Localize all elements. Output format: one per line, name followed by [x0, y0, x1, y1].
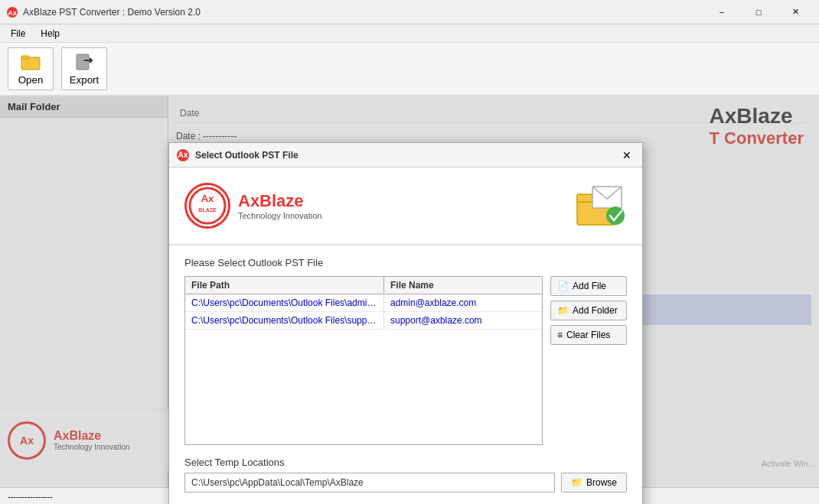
- menu-bar: File Help: [0, 24, 819, 43]
- svg-point-12: [606, 206, 625, 225]
- dialog-content: Please Select Outlook PST File File Path…: [169, 245, 642, 504]
- export-button[interactable]: Export: [61, 47, 107, 90]
- svg-rect-10: [577, 194, 594, 202]
- add-file-icon: 📄: [557, 281, 569, 291]
- open-label: Open: [18, 74, 44, 86]
- file-path-0: C:\Users\pc\Documents\Outlook Files\admi…: [185, 294, 384, 311]
- dialog-header: Ax BLAZE AxBlaze Technology Innovation: [169, 167, 642, 245]
- window-controls: − □ ✕: [704, 2, 813, 22]
- col-path-header: File Path: [185, 277, 384, 294]
- dialog-icon: Ax: [177, 149, 189, 161]
- svg-text:BLAZE: BLAZE: [198, 207, 217, 213]
- export-icon: [73, 53, 95, 71]
- dialog-close-button[interactable]: ✕: [619, 148, 635, 163]
- add-file-label: Add File: [573, 281, 606, 291]
- close-button[interactable]: ✕: [778, 2, 813, 22]
- clear-files-label: Clear Files: [566, 330, 610, 340]
- add-file-button[interactable]: 📄 Add File: [550, 276, 627, 296]
- axblaze-logo-text: AxBlaze Technology Innovation: [238, 191, 321, 220]
- file-icon-decoration: [573, 179, 627, 232]
- minimize-button[interactable]: −: [704, 2, 739, 22]
- status-text: ----------------: [8, 492, 53, 501]
- dialog-subtitle: Please Select Outlook PST File: [184, 257, 627, 268]
- temp-location-row: 📁 Browse: [184, 473, 627, 493]
- file-path-1: C:\Users\pc\Documents\Outlook Files\supp…: [185, 312, 384, 329]
- table-action-buttons: 📄 Add File 📁 Add Folder ≡ Clear Files: [550, 276, 627, 445]
- file-table-header: File Path File Name: [185, 277, 542, 294]
- svg-text:Ax: Ax: [201, 193, 214, 204]
- axblaze-tagline: Technology Innovation: [238, 211, 321, 220]
- axblaze-logo-circle: Ax BLAZE: [184, 183, 230, 229]
- file-table-area: File Path File Name C:\Users\pc\Document…: [184, 276, 627, 445]
- file-name-0: admin@axblaze.com: [384, 294, 542, 311]
- temp-location-label: Select Temp Locations: [184, 457, 627, 468]
- add-folder-button[interactable]: 📁 Add Folder: [550, 301, 627, 320]
- axblaze-logo: Ax BLAZE AxBlaze Technology Innovation: [184, 183, 321, 229]
- title-bar: Ax AxBlaze PST Converter : Demo Version …: [0, 0, 819, 24]
- table-row[interactable]: C:\Users\pc\Documents\Outlook Files\admi…: [185, 294, 542, 312]
- open-icon: [20, 53, 41, 71]
- temp-location-input[interactable]: [184, 473, 555, 493]
- add-folder-label: Add Folder: [573, 305, 618, 316]
- clear-files-button[interactable]: ≡ Clear Files: [550, 325, 627, 345]
- add-folder-icon: 📁: [557, 305, 569, 316]
- col-name-header: File Name: [384, 277, 542, 294]
- svg-rect-4: [77, 54, 89, 70]
- select-pst-dialog: Ax Select Outlook PST File ✕ Ax BLAZE Ax…: [168, 142, 643, 504]
- browse-button[interactable]: 📁 Browse: [561, 473, 627, 493]
- file-table: File Path File Name C:\Users\pc\Document…: [184, 276, 543, 445]
- main-area: Mail Folder Ax AxBlaze Technology Innova…: [0, 96, 819, 487]
- browse-label: Browse: [586, 477, 617, 488]
- dialog-titlebar: Ax Select Outlook PST File ✕: [169, 143, 642, 167]
- open-button[interactable]: Open: [8, 47, 54, 90]
- svg-text:Ax: Ax: [8, 9, 17, 17]
- menu-help[interactable]: Help: [33, 27, 67, 41]
- menu-file[interactable]: File: [3, 27, 33, 41]
- temp-location-section: Select Temp Locations 📁 Browse: [184, 457, 627, 493]
- browse-icon: 📁: [571, 477, 582, 488]
- maximize-button[interactable]: □: [741, 2, 776, 22]
- dialog-title: Select Outlook PST File: [195, 150, 619, 161]
- app-icon: Ax: [6, 6, 18, 18]
- export-label: Export: [70, 74, 100, 86]
- file-table-empty-area: [185, 330, 542, 444]
- file-name-1: support@axblaze.com: [384, 312, 542, 329]
- toolbar: Open Export: [0, 43, 819, 96]
- window-title: AxBlaze PST Converter : Demo Version 2.0: [23, 7, 704, 18]
- clear-files-icon: ≡: [557, 330, 563, 340]
- axblaze-name: AxBlaze: [238, 191, 321, 211]
- svg-rect-3: [21, 56, 29, 59]
- table-row[interactable]: C:\Users\pc\Documents\Outlook Files\supp…: [185, 312, 542, 330]
